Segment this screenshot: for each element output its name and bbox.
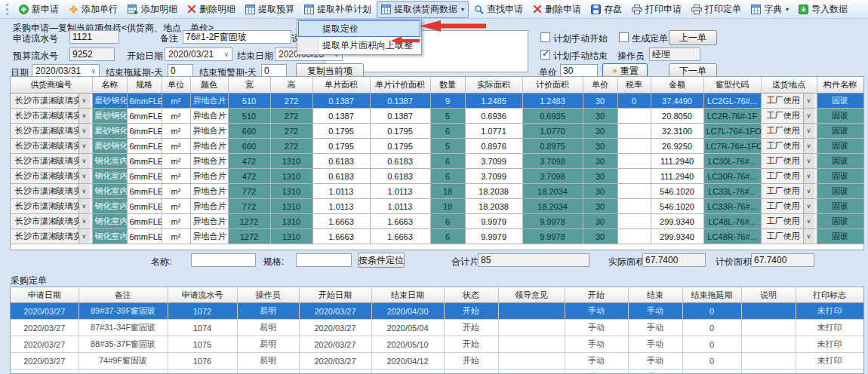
chevron-down-icon[interactable]: ∨ — [78, 199, 90, 213]
cell-qty[interactable]: 9 — [430, 94, 465, 109]
cell-priced_area[interactable]: 1.2483 — [522, 94, 583, 109]
cell-note[interactable] — [741, 303, 796, 320]
cell-remark[interactable]: 88#35-37F窗固玻 — [78, 336, 168, 353]
cell-leader_opinion[interactable] — [498, 336, 565, 353]
cell-end_delay[interactable]: 0 — [682, 336, 741, 353]
chevron-down-icon[interactable]: ∨ — [803, 94, 814, 108]
cell-tax_rate[interactable] — [617, 184, 651, 199]
table-row[interactable]: 长沙市潇湘玻璃实...∨钢化室内...6mmFLE...m²异地合片127213… — [11, 229, 863, 244]
cell-priced_area[interactable]: 1.0770 — [522, 124, 583, 139]
cell-end_delay[interactable]: 0 — [682, 353, 741, 369]
cell-end_date[interactable]: 2020/04/30 — [371, 303, 444, 320]
cell-status[interactable]: 开始 — [444, 336, 498, 353]
cell-spec[interactable]: 6mmFLE... — [127, 154, 162, 169]
extract-budget-button[interactable]: 提取预算 — [241, 1, 299, 18]
cell-width[interactable]: 1272 — [228, 229, 270, 244]
cell-delivery_place[interactable]: 工厂使用∨ — [761, 199, 817, 214]
table-row[interactable]: 长沙市潇湘玻璃实...∨磨砂钢化...6mmFLE...m²异地合片510272… — [11, 109, 863, 124]
cell-width[interactable]: 510 — [228, 94, 270, 109]
manual-end-checkbox[interactable] — [540, 50, 550, 60]
cell-part_name[interactable]: 固玻 — [817, 139, 863, 154]
cell-color[interactable]: 异地合片 — [190, 109, 228, 124]
cell-operator[interactable]: 易明 — [237, 336, 299, 353]
cell-apply_date[interactable]: 2020/03/27 — [11, 320, 78, 336]
cell-color[interactable]: 异地合片 — [190, 214, 228, 229]
cell-piece_area[interactable]: 1.6663 — [312, 229, 370, 244]
cell-operator[interactable]: 易明 — [237, 320, 299, 336]
cell-status[interactable]: 开始 — [444, 369, 498, 374]
column-header-note[interactable]: 说明 — [741, 287, 796, 303]
cell-end[interactable]: 手动 — [628, 320, 682, 336]
cell-color[interactable]: 异地合片 — [190, 229, 228, 244]
cell-width[interactable]: 772 — [228, 184, 270, 199]
cell-width[interactable]: 510 — [228, 109, 270, 124]
cell-piece_area[interactable]: 1.0113 — [312, 199, 370, 214]
dictionary-button[interactable]: 字典▾ — [746, 1, 793, 18]
chevron-down-icon[interactable]: ∨ — [803, 109, 814, 123]
cell-amount[interactable]: 32.3100 — [651, 124, 703, 139]
cell-qty[interactable]: 6 — [430, 229, 465, 244]
column-header-tax_rate[interactable]: 税率 — [617, 77, 651, 94]
cell-qty[interactable]: 18 — [430, 199, 465, 214]
table-row[interactable]: 长沙市潇湘玻璃实...∨钢化室内...6mmFLE...m²异地合片127213… — [11, 214, 863, 229]
menu-item[interactable]: 提取定价 — [298, 20, 420, 37]
gen-order-checkbox[interactable] — [619, 32, 629, 42]
cell-width[interactable]: 472 — [228, 154, 270, 169]
table-row[interactable]: 2020/03/2788#35-37F窗固玻1075易明2020/03/2720… — [11, 336, 863, 353]
chevron-down-icon[interactable]: ∨ — [803, 199, 814, 213]
cell-qty[interactable]: 6 — [430, 124, 465, 139]
cell-part_name[interactable]: 固玻 — [817, 214, 863, 229]
cell-unit[interactable]: m² — [162, 94, 190, 109]
column-header-start_date[interactable]: 开始日期 — [299, 287, 371, 303]
cell-window_code[interactable]: LC2GL-76#... — [703, 94, 761, 109]
cell-priced_area[interactable]: 9.9978 — [522, 229, 583, 244]
cell-part_name[interactable]: 固玻 — [817, 169, 863, 184]
budget-no-field[interactable] — [69, 48, 115, 61]
table-row[interactable]: 2020/03/2787#31-34F窗固玻1074易明2020/03/2720… — [11, 320, 863, 336]
cell-supplier_no[interactable]: 长沙市潇湘玻璃实...∨ — [11, 154, 92, 169]
cell-piece_area[interactable]: 0.1387 — [312, 94, 370, 109]
chevron-down-icon[interactable]: ∨ — [78, 154, 90, 168]
cell-height[interactable]: 1310 — [270, 199, 312, 214]
cell-tax_rate[interactable] — [617, 169, 651, 184]
cell-name[interactable]: 磨砂钢化... — [92, 124, 127, 139]
cell-color[interactable]: 异地合片 — [190, 154, 228, 169]
column-header-piece_area[interactable]: 单片面积 — [312, 77, 370, 94]
column-header-window_code[interactable]: 窗型代码 — [703, 77, 761, 94]
delete-detail-button[interactable]: 删除明细 — [183, 1, 240, 18]
cell-leader_opinion[interactable] — [498, 320, 565, 336]
cell-height[interactable]: 272 — [270, 109, 312, 124]
chevron-down-icon[interactable]: ∨ — [803, 184, 814, 198]
cell-operator[interactable]: 易明 — [237, 303, 299, 320]
cell-tax_rate[interactable] — [617, 154, 651, 169]
cell-name[interactable]: 磨砂钢化... — [92, 139, 127, 154]
cell-spec[interactable]: 6mmFLE... — [127, 94, 162, 109]
cell-delivery_place[interactable]: 工厂使用∨ — [761, 229, 817, 244]
cell-apply_date[interactable]: 2020/03/24 — [11, 369, 78, 374]
cell-unit_price[interactable]: 30 — [583, 169, 617, 184]
new-application-button[interactable]: 新申请 — [14, 1, 63, 18]
add-single-row-button[interactable]: 添加单行 — [64, 1, 122, 18]
cell-delivery_place[interactable]: 工厂使用∨ — [761, 184, 817, 199]
cell-name[interactable]: 磨砂钢化... — [92, 94, 127, 109]
cell-remark[interactable]: 87#31-34F窗固玻 — [78, 320, 168, 336]
cell-priced_area[interactable]: 9.9978 — [522, 214, 583, 229]
column-header-height[interactable]: 高 — [270, 77, 312, 94]
cell-window_code[interactable]: LC48R-76#... — [703, 229, 761, 244]
cell-delivery_place[interactable]: 工厂使用∨ — [761, 154, 817, 169]
cell-end_date[interactable]: 2020/05/10 — [371, 336, 444, 353]
column-header-delivery_place[interactable]: 送货地点 — [761, 77, 817, 94]
cell-unit[interactable]: m² — [162, 184, 190, 199]
delete-application-button[interactable]: 删除申请 — [528, 1, 586, 18]
column-header-spec[interactable]: 规格 — [127, 77, 162, 94]
cell-priced_area[interactable]: 3.7098 — [522, 169, 583, 184]
cell-end[interactable]: 手动 — [628, 303, 682, 320]
cell-status[interactable]: 开始 — [444, 320, 498, 336]
cell-apply_no[interactable]: 1074 — [168, 320, 237, 336]
cell-supplier_no[interactable]: 长沙市潇湘玻璃实...∨ — [11, 169, 92, 184]
cell-piece_priced_area[interactable]: 1.0113 — [370, 184, 430, 199]
column-header-name[interactable]: 名称 — [92, 77, 127, 94]
column-header-end[interactable]: 结束 — [628, 287, 682, 303]
cell-start_date[interactable]: 2020/03/25 — [299, 369, 371, 374]
cell-tax_rate[interactable] — [617, 109, 651, 124]
